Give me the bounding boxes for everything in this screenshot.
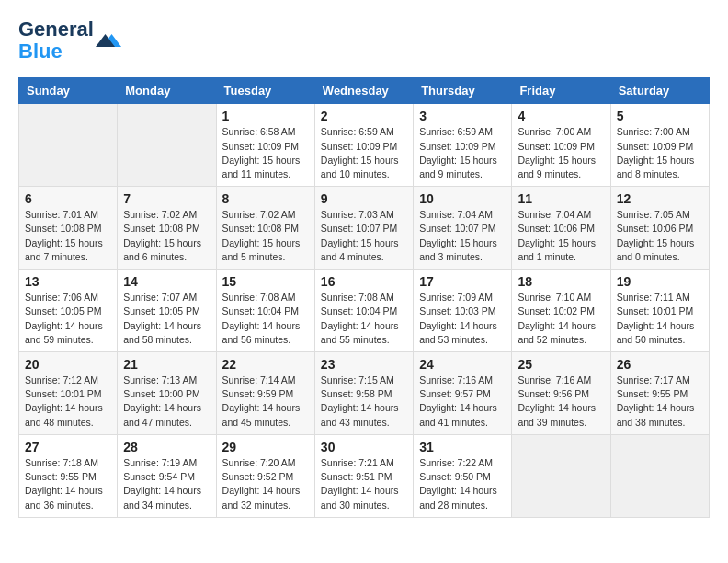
day-info: Sunrise: 7:06 AM Sunset: 10:05 PM Daylig… (25, 291, 111, 347)
day-info: Sunrise: 7:02 AM Sunset: 10:08 PM Daylig… (123, 208, 210, 264)
week-row-1: 1Sunrise: 6:58 AM Sunset: 10:09 PM Dayli… (19, 104, 710, 187)
day-cell: 15Sunrise: 7:08 AM Sunset: 10:04 PM Dayl… (216, 270, 314, 352)
day-cell: 26Sunrise: 7:17 AM Sunset: 9:55 PM Dayli… (610, 352, 709, 435)
day-number: 21 (123, 357, 210, 372)
day-number: 24 (419, 357, 506, 372)
day-number: 18 (518, 274, 604, 289)
day-number: 13 (25, 274, 111, 289)
weekday-header-wednesday: Wednesday (314, 78, 413, 104)
day-number: 11 (518, 191, 604, 206)
day-number: 25 (518, 357, 604, 372)
day-number: 20 (25, 357, 111, 372)
day-info: Sunrise: 7:18 AM Sunset: 9:55 PM Dayligh… (25, 456, 111, 512)
day-cell: 28Sunrise: 7:19 AM Sunset: 9:54 PM Dayli… (118, 434, 216, 517)
day-number: 14 (123, 274, 210, 289)
day-cell (512, 434, 610, 517)
day-info: Sunrise: 7:17 AM Sunset: 9:55 PM Dayligh… (617, 373, 703, 430)
day-cell (610, 434, 709, 517)
day-number: 7 (123, 191, 210, 206)
day-cell: 22Sunrise: 7:14 AM Sunset: 9:59 PM Dayli… (216, 352, 314, 435)
day-number: 8 (222, 191, 309, 206)
day-cell: 13Sunrise: 7:06 AM Sunset: 10:05 PM Dayl… (19, 270, 118, 352)
day-number: 2 (321, 109, 407, 123)
day-number: 29 (222, 440, 309, 454)
week-row-3: 13Sunrise: 7:06 AM Sunset: 10:05 PM Dayl… (19, 270, 710, 352)
day-number: 16 (321, 274, 407, 289)
day-info: Sunrise: 7:20 AM Sunset: 9:52 PM Dayligh… (222, 456, 309, 512)
day-cell: 17Sunrise: 7:09 AM Sunset: 10:03 PM Dayl… (414, 270, 512, 352)
weekday-header-sunday: Sunday (19, 78, 118, 104)
day-number: 19 (617, 274, 703, 289)
day-cell: 25Sunrise: 7:16 AM Sunset: 9:56 PM Dayli… (512, 352, 610, 435)
day-cell: 31Sunrise: 7:22 AM Sunset: 9:50 PM Dayli… (414, 434, 512, 517)
day-cell: 21Sunrise: 7:13 AM Sunset: 10:00 PM Dayl… (118, 352, 216, 435)
day-cell: 27Sunrise: 7:18 AM Sunset: 9:55 PM Dayli… (19, 434, 118, 517)
day-cell: 4Sunrise: 7:00 AM Sunset: 10:09 PM Dayli… (512, 104, 610, 187)
day-info: Sunrise: 7:12 AM Sunset: 10:01 PM Daylig… (25, 373, 111, 430)
day-info: Sunrise: 7:16 AM Sunset: 9:57 PM Dayligh… (419, 373, 506, 430)
day-cell: 24Sunrise: 7:16 AM Sunset: 9:57 PM Dayli… (414, 352, 512, 435)
logo-text: GeneralBlue (18, 18, 94, 63)
day-info: Sunrise: 7:22 AM Sunset: 9:50 PM Dayligh… (419, 456, 506, 512)
day-number: 22 (222, 357, 309, 372)
day-number: 5 (617, 109, 703, 123)
day-info: Sunrise: 7:16 AM Sunset: 9:56 PM Dayligh… (518, 373, 604, 430)
weekday-header-monday: Monday (118, 78, 216, 104)
day-number: 4 (518, 109, 604, 123)
day-cell (19, 104, 118, 187)
weekday-header-thursday: Thursday (414, 78, 512, 104)
week-row-4: 20Sunrise: 7:12 AM Sunset: 10:01 PM Dayl… (19, 352, 710, 435)
day-cell: 12Sunrise: 7:05 AM Sunset: 10:06 PM Dayl… (610, 187, 709, 270)
day-info: Sunrise: 7:09 AM Sunset: 10:03 PM Daylig… (419, 291, 506, 347)
day-cell: 5Sunrise: 7:00 AM Sunset: 10:09 PM Dayli… (610, 104, 709, 187)
day-cell: 23Sunrise: 7:15 AM Sunset: 9:58 PM Dayli… (314, 352, 413, 435)
day-info: Sunrise: 7:13 AM Sunset: 10:00 PM Daylig… (123, 373, 210, 430)
day-cell: 30Sunrise: 7:21 AM Sunset: 9:51 PM Dayli… (314, 434, 413, 517)
day-info: Sunrise: 7:21 AM Sunset: 9:51 PM Dayligh… (321, 456, 407, 512)
day-info: Sunrise: 7:11 AM Sunset: 10:01 PM Daylig… (617, 291, 703, 347)
page-header: GeneralBlue (18, 18, 710, 63)
day-cell: 29Sunrise: 7:20 AM Sunset: 9:52 PM Dayli… (216, 434, 314, 517)
day-info: Sunrise: 7:00 AM Sunset: 10:09 PM Daylig… (617, 125, 703, 181)
logo-icon (96, 28, 121, 53)
day-number: 12 (617, 191, 703, 206)
day-info: Sunrise: 7:15 AM Sunset: 9:58 PM Dayligh… (321, 373, 407, 430)
day-info: Sunrise: 7:14 AM Sunset: 9:59 PM Dayligh… (222, 373, 309, 430)
day-info: Sunrise: 7:00 AM Sunset: 10:09 PM Daylig… (518, 125, 604, 181)
day-cell: 2Sunrise: 6:59 AM Sunset: 10:09 PM Dayli… (314, 104, 413, 187)
day-number: 27 (25, 440, 111, 454)
day-info: Sunrise: 6:58 AM Sunset: 10:09 PM Daylig… (222, 125, 309, 181)
day-cell: 1Sunrise: 6:58 AM Sunset: 10:09 PM Dayli… (216, 104, 314, 187)
day-cell: 7Sunrise: 7:02 AM Sunset: 10:08 PM Dayli… (118, 187, 216, 270)
day-cell (118, 104, 216, 187)
day-info: Sunrise: 7:07 AM Sunset: 10:05 PM Daylig… (123, 291, 210, 347)
day-cell: 18Sunrise: 7:10 AM Sunset: 10:02 PM Dayl… (512, 270, 610, 352)
day-cell: 6Sunrise: 7:01 AM Sunset: 10:08 PM Dayli… (19, 187, 118, 270)
day-info: Sunrise: 7:01 AM Sunset: 10:08 PM Daylig… (25, 208, 111, 264)
day-number: 6 (25, 191, 111, 206)
day-number: 23 (321, 357, 407, 372)
logo: GeneralBlue (18, 18, 121, 63)
day-info: Sunrise: 7:05 AM Sunset: 10:06 PM Daylig… (617, 208, 703, 264)
day-number: 30 (321, 440, 407, 454)
day-cell: 8Sunrise: 7:02 AM Sunset: 10:08 PM Dayli… (216, 187, 314, 270)
day-info: Sunrise: 7:02 AM Sunset: 10:08 PM Daylig… (222, 208, 309, 264)
day-cell: 11Sunrise: 7:04 AM Sunset: 10:06 PM Dayl… (512, 187, 610, 270)
weekday-header-row: SundayMondayTuesdayWednesdayThursdayFrid… (19, 78, 710, 104)
day-info: Sunrise: 7:04 AM Sunset: 10:07 PM Daylig… (419, 208, 506, 264)
day-number: 31 (419, 440, 506, 454)
day-number: 15 (222, 274, 309, 289)
week-row-2: 6Sunrise: 7:01 AM Sunset: 10:08 PM Dayli… (19, 187, 710, 270)
day-info: Sunrise: 7:08 AM Sunset: 10:04 PM Daylig… (222, 291, 309, 347)
day-info: Sunrise: 7:08 AM Sunset: 10:04 PM Daylig… (321, 291, 407, 347)
day-number: 26 (617, 357, 703, 372)
week-row-5: 27Sunrise: 7:18 AM Sunset: 9:55 PM Dayli… (19, 434, 710, 517)
day-cell: 3Sunrise: 6:59 AM Sunset: 10:09 PM Dayli… (414, 104, 512, 187)
weekday-header-tuesday: Tuesday (216, 78, 314, 104)
day-number: 17 (419, 274, 506, 289)
logo-blue: Blue (18, 40, 63, 63)
day-info: Sunrise: 7:19 AM Sunset: 9:54 PM Dayligh… (123, 456, 210, 512)
day-cell: 19Sunrise: 7:11 AM Sunset: 10:01 PM Dayl… (610, 270, 709, 352)
day-number: 9 (321, 191, 407, 206)
day-cell: 9Sunrise: 7:03 AM Sunset: 10:07 PM Dayli… (314, 187, 413, 270)
